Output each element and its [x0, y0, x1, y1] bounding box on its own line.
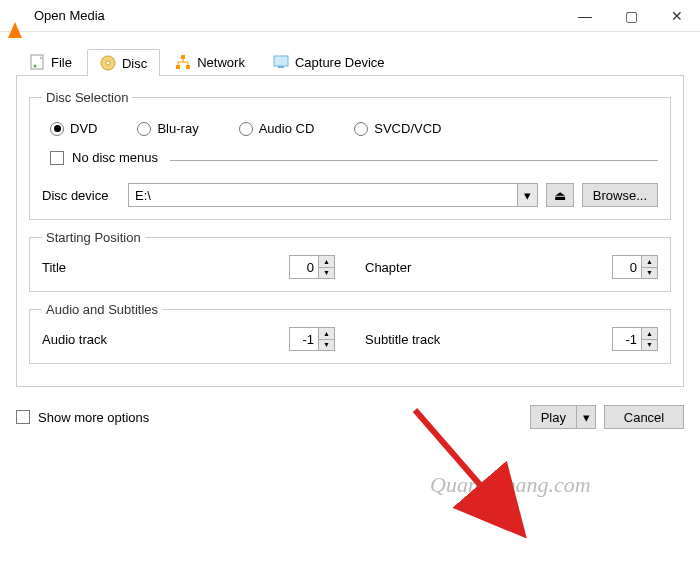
disc-device-value: E:\: [129, 188, 517, 203]
window-title: Open Media: [34, 8, 562, 23]
network-icon: [175, 54, 191, 70]
watermark-text: Quantrimang.com: [430, 472, 591, 498]
disc-device-row: Disc device E:\ ▾ ⏏ Browse...: [42, 183, 658, 207]
close-button[interactable]: ✕: [654, 0, 700, 31]
play-button[interactable]: Play: [530, 405, 576, 429]
legend-starting-position: Starting Position: [42, 230, 145, 245]
cancel-label: Cancel: [624, 410, 664, 425]
radio-svcd-label: SVCD/VCD: [374, 121, 441, 136]
tab-capture-label: Capture Device: [295, 55, 385, 70]
disc-type-radios: DVD Blu-ray Audio CD SVCD/VCD: [50, 121, 658, 136]
window-controls: — ▢ ✕: [562, 0, 700, 31]
cancel-button[interactable]: Cancel: [604, 405, 684, 429]
radio-dvd-label: DVD: [70, 121, 97, 136]
chapter-value: 0: [613, 256, 641, 278]
tab-disc-label: Disc: [122, 56, 147, 71]
tab-file-label: File: [51, 55, 72, 70]
chevron-down-icon: ▾: [517, 184, 537, 206]
tab-disc[interactable]: Disc: [87, 49, 160, 76]
titlebar: Open Media — ▢ ✕: [0, 0, 700, 32]
radio-dvd[interactable]: DVD: [50, 121, 97, 136]
svg-rect-0: [31, 55, 43, 69]
radio-icon: [137, 122, 151, 136]
legend-disc-selection: Disc Selection: [42, 90, 132, 105]
radio-icon: [354, 122, 368, 136]
group-audio-subtitles: Audio and Subtitles Audio track -1 ▲▼ Su…: [29, 302, 671, 364]
svg-point-4: [106, 61, 110, 65]
spinner-arrows-icon: ▲▼: [641, 256, 657, 278]
show-more-label: Show more options: [38, 410, 149, 425]
browse-label: Browse...: [593, 188, 647, 203]
disc-device-combo[interactable]: E:\ ▾: [128, 183, 538, 207]
tab-file[interactable]: File: [16, 48, 85, 75]
chevron-down-icon: ▾: [583, 410, 590, 425]
no-disc-menus-label: No disc menus: [72, 150, 158, 165]
legend-audio-subtitles: Audio and Subtitles: [42, 302, 162, 317]
play-label: Play: [541, 410, 566, 425]
dialog-footer: Show more options Play ▾ Cancel: [0, 395, 700, 439]
audio-track-spinner[interactable]: -1 ▲▼: [289, 327, 335, 351]
audio-track-label: Audio track: [42, 332, 281, 347]
tab-network[interactable]: Network: [162, 48, 258, 75]
capture-icon: [273, 54, 289, 70]
radio-svcd[interactable]: SVCD/VCD: [354, 121, 441, 136]
dialog-content: File Disc Network Capture Device Disc Se…: [0, 32, 700, 395]
chapter-label: Chapter: [365, 260, 604, 275]
radio-icon: [50, 122, 64, 136]
spinner-arrows-icon: ▲▼: [318, 256, 334, 278]
title-value: 0: [290, 256, 318, 278]
tab-network-label: Network: [197, 55, 245, 70]
eject-button[interactable]: ⏏: [546, 183, 574, 207]
maximize-button[interactable]: ▢: [608, 0, 654, 31]
subtitle-track-label: Subtitle track: [365, 332, 604, 347]
checkbox-no-disc-menus[interactable]: No disc menus: [50, 150, 158, 165]
starting-position-row: Title 0 ▲▼ Chapter 0 ▲▼: [42, 255, 658, 279]
title-spinner[interactable]: 0 ▲▼: [289, 255, 335, 279]
disc-icon: [100, 55, 116, 71]
tab-strip: File Disc Network Capture Device: [16, 46, 684, 76]
radio-audiocd[interactable]: Audio CD: [239, 121, 315, 136]
radio-icon: [239, 122, 253, 136]
tab-capture[interactable]: Capture Device: [260, 48, 398, 75]
title-label: Title: [42, 260, 281, 275]
checkbox-icon: [16, 410, 30, 424]
file-icon: [29, 54, 45, 70]
radio-bluray[interactable]: Blu-ray: [137, 121, 198, 136]
audio-track-value: -1: [290, 328, 318, 350]
audio-subs-row: Audio track -1 ▲▼ Subtitle track -1 ▲▼: [42, 327, 658, 351]
radio-audiocd-label: Audio CD: [259, 121, 315, 136]
divider: [170, 160, 658, 161]
play-dropdown-button[interactable]: ▾: [576, 405, 596, 429]
spinner-arrows-icon: ▲▼: [318, 328, 334, 350]
checkbox-show-more-options[interactable]: Show more options: [16, 410, 149, 425]
disc-device-label: Disc device: [42, 188, 120, 203]
radio-bluray-label: Blu-ray: [157, 121, 198, 136]
tab-panel-disc: Disc Selection DVD Blu-ray Audio CD SVCD…: [16, 76, 684, 387]
vlc-cone-icon: [8, 7, 26, 25]
svg-rect-9: [278, 66, 284, 68]
subtitle-track-spinner[interactable]: -1 ▲▼: [612, 327, 658, 351]
browse-button[interactable]: Browse...: [582, 183, 658, 207]
svg-rect-7: [186, 65, 190, 69]
spinner-arrows-icon: ▲▼: [641, 328, 657, 350]
svg-rect-5: [181, 55, 185, 59]
group-disc-selection: Disc Selection DVD Blu-ray Audio CD SVCD…: [29, 90, 671, 220]
play-split-button: Play ▾: [530, 405, 596, 429]
minimize-button[interactable]: —: [562, 0, 608, 31]
checkbox-icon: [50, 151, 64, 165]
subtitle-track-value: -1: [613, 328, 641, 350]
svg-rect-6: [176, 65, 180, 69]
svg-point-1: [34, 65, 37, 68]
svg-rect-8: [274, 56, 288, 66]
group-starting-position: Starting Position Title 0 ▲▼ Chapter 0 ▲…: [29, 230, 671, 292]
chapter-spinner[interactable]: 0 ▲▼: [612, 255, 658, 279]
eject-icon: ⏏: [554, 188, 566, 203]
